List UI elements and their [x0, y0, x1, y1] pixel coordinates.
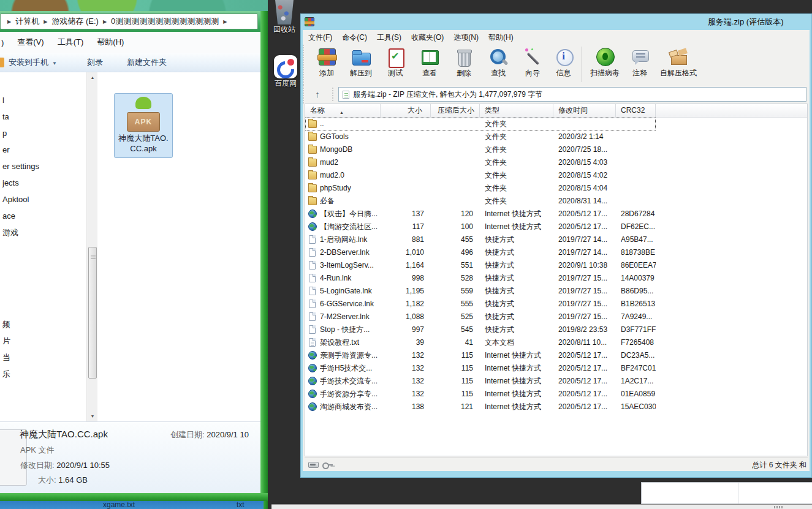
cell-crc — [621, 143, 656, 156]
archive-row[interactable]: .. 文件夹 — [305, 118, 656, 130]
scroll-up-icon[interactable]: ▲ — [87, 72, 98, 83]
cell-type: 文件夹 — [485, 156, 553, 169]
toolbar-button[interactable]: 测试 — [380, 47, 411, 78]
winrar-menu-item[interactable]: 选项(N) — [453, 32, 479, 43]
winrar-menu-item[interactable]: 工具(S) — [377, 32, 401, 43]
sidebar-item[interactable]: 游戏 — [2, 224, 39, 241]
archive-row[interactable]: 必备 文件夹 2020/8/31 14... — [305, 195, 656, 208]
cell-name: 手游资源分享专... — [320, 388, 381, 401]
toolbar-button[interactable]: 解压到 — [346, 47, 376, 78]
cell-modified: 2019/7/27 15... — [558, 311, 616, 323]
breadcrumb-item-folder[interactable]: 0测测测测测测测测测测测测测 — [111, 16, 219, 27]
archive-row[interactable]: 1-启动网站.lnk 881 455 快捷方式 2019/7/27 14... … — [305, 233, 656, 246]
column-header-modified[interactable]: 修改时间 — [553, 104, 616, 118]
toolbar-button[interactable]: 查找 — [483, 47, 514, 78]
toolbar-button[interactable]: 注释 — [624, 47, 655, 78]
toolbar-button-label: 测试 — [388, 68, 403, 78]
archive-row[interactable]: 7-M2Server.lnk 1,088 525 快捷方式 2019/7/27 … — [305, 311, 656, 323]
column-header-size[interactable]: 大小 — [381, 104, 431, 118]
archive-row[interactable]: 2-DBServer.lnk 1,010 496 快捷方式 2019/7/27 … — [305, 246, 656, 259]
column-header-name[interactable]: 名称▲ — [305, 104, 381, 118]
cell-type: 快捷方式 — [485, 246, 553, 259]
cell-packed: 41 — [431, 336, 473, 349]
archive-row[interactable]: 手游H5技术交... 132 115 Internet 快捷方式 2020/5/… — [305, 362, 656, 375]
toolbar-button[interactable]: 信息 — [552, 47, 582, 82]
archive-row[interactable]: phpStudy 文件夹 2020/8/15 4:04 — [305, 182, 656, 195]
archive-row[interactable]: GGTools 文件夹 2020/3/2 1:14 — [305, 130, 656, 143]
sidebar-item[interactable]: 片 — [2, 333, 10, 349]
breadcrumb-item-drive[interactable]: 游戏储存 (E:) — [51, 16, 99, 27]
archive-row[interactable]: 5-LoginGate.lnk 1,195 559 快捷方式 2019/7/27… — [305, 285, 656, 298]
cell-size: 998 — [381, 272, 424, 285]
archive-rows: .. 文件夹 GGTools 文 — [305, 118, 807, 413]
archive-row[interactable]: MongoDB 文件夹 2020/7/25 18... — [305, 143, 656, 156]
archive-row[interactable]: mud2 文件夹 2020/8/15 4:03 — [305, 156, 656, 169]
explorer-menu-item[interactable]: 帮助(H) — [97, 37, 124, 48]
sidebar-item[interactable]: 当 — [2, 349, 10, 366]
winrar-menu-item[interactable]: 文件(F) — [308, 32, 332, 43]
breadcrumb[interactable]: ▶ 计算机 ▶ 游戏储存 (E:) ▶ 0测测测测测测测测测测测测测 ▶ — [0, 13, 258, 29]
archive-row[interactable]: 架设教程.txt 39 41 文本文档 2020/8/11 10... F726… — [305, 336, 656, 349]
cell-crc: 818738BE — [621, 246, 656, 259]
explorer-menu-item[interactable]: 查看(V) — [17, 37, 44, 48]
background-window-strip: xgame.txt txt — [0, 501, 264, 509]
winrar-menu-item[interactable]: 收藏夹(O) — [411, 32, 444, 43]
toolbar-button[interactable]: 扫描病毒 — [589, 47, 621, 78]
toolbar-button[interactable]: 添加 — [311, 47, 342, 78]
archive-row[interactable]: 亲测手游资源专... 132 115 Internet 快捷方式 2020/5/… — [305, 349, 656, 362]
cell-size: 1,010 — [381, 246, 424, 259]
scroll-down-icon[interactable]: ▼ — [87, 411, 98, 421]
sidebar-item[interactable]: Apktool — [2, 191, 39, 208]
cell-name: GGTools — [320, 130, 381, 143]
install-to-phone-button[interactable]: 安装到手机▼ — [9, 57, 57, 68]
toolbar-button-label: 查看 — [422, 68, 437, 78]
sidebar-item[interactable]: p — [2, 125, 39, 141]
sidebar-scrollbar[interactable]: ▲ ▼ — [86, 72, 97, 421]
archive-row[interactable]: 【淘游交流社区... 117 100 Internet 快捷方式 2020/5/… — [305, 221, 656, 233]
sidebar-item[interactable]: ace — [2, 208, 39, 224]
winrar-titlebar[interactable]: 服务端.zip (评估版本) — [301, 14, 811, 30]
column-header-packed[interactable]: 压缩后大小 — [431, 104, 480, 118]
baidu-netdisk-shortcut[interactable]: 百度网 — [270, 55, 302, 89]
burn-button[interactable]: 刻录 — [87, 57, 103, 68]
sidebar-item[interactable]: ta — [2, 108, 39, 125]
sidebar-item[interactable]: l — [2, 92, 39, 108]
toolbar-button[interactable]: 自解压格式 — [659, 47, 698, 78]
archive-row[interactable]: Stop - 快捷方... 997 545 快捷方式 2019/8/2 23:5… — [305, 323, 656, 336]
scrollbar-thumb[interactable] — [88, 247, 97, 379]
new-folder-button[interactable]: 新建文件夹 — [127, 57, 167, 68]
toolbar-button[interactable]: 删除 — [449, 47, 479, 78]
android-icon — [135, 97, 151, 109]
cell-modified: 2020/7/25 18... — [558, 143, 616, 156]
winrar-menu-item[interactable]: 帮助(H) — [488, 32, 514, 43]
background-panel — [641, 482, 812, 504]
cell-packed: 455 — [431, 233, 473, 246]
toolbar-button[interactable]: 查看 — [414, 47, 445, 78]
archive-row[interactable]: mud2.0 文件夹 2020/8/15 4:02 — [305, 169, 656, 182]
archive-row[interactable]: 手游资源分享专... 132 115 Internet 快捷方式 2020/5/… — [305, 388, 656, 401]
cell-size: 1,088 — [381, 311, 424, 323]
cell-modified: 2019/7/27 15... — [558, 285, 616, 298]
sidebar-item[interactable]: jects — [2, 175, 39, 191]
archive-row[interactable]: 4-Run.lnk 998 528 快捷方式 2019/7/27 15... 1… — [305, 272, 656, 285]
archive-address-field[interactable]: 服务端.zip - ZIP 压缩文件, 解包大小为 1,477,097,979 … — [338, 87, 806, 102]
column-header-crc[interactable]: CRC32 — [616, 104, 656, 118]
bottom-window-edge[interactable] — [271, 504, 812, 509]
sidebar-item[interactable]: 乐 — [2, 366, 10, 382]
archive-row[interactable]: 手游技术交流专... 132 115 Internet 快捷方式 2020/5/… — [305, 375, 656, 388]
archive-row[interactable]: 淘游商城发布资... 138 121 Internet 快捷方式 2020/5/… — [305, 401, 656, 413]
winrar-menu-item[interactable]: 命令(C) — [342, 32, 367, 43]
up-one-level-button[interactable]: ↑ — [309, 87, 325, 102]
sidebar-item[interactable]: er — [2, 141, 39, 158]
toolbar-button[interactable]: 向导 — [517, 47, 548, 78]
recycle-bin-shortcut[interactable]: 回收站 — [268, 0, 300, 35]
explorer-menu-item[interactable]: 工具(T) — [58, 37, 84, 48]
archive-row[interactable]: 3-ItemLogServ... 1,164 551 快捷方式 2020/9/1… — [305, 259, 656, 272]
archive-row[interactable]: 6-GGService.lnk 1,182 555 快捷方式 2019/7/27… — [305, 298, 656, 311]
archive-row[interactable]: 【双击】今日腾... 137 120 Internet 快捷方式 2020/5/… — [305, 208, 656, 221]
sidebar-item[interactable]: er settings — [2, 158, 39, 175]
breadcrumb-item-computer[interactable]: 计算机 — [15, 16, 39, 27]
apk-file-item[interactable]: APK 神魔大陆TAO.CC.apk — [114, 93, 173, 158]
sidebar-item[interactable]: 频 — [2, 316, 10, 333]
column-header-type[interactable]: 类型 — [480, 104, 553, 118]
